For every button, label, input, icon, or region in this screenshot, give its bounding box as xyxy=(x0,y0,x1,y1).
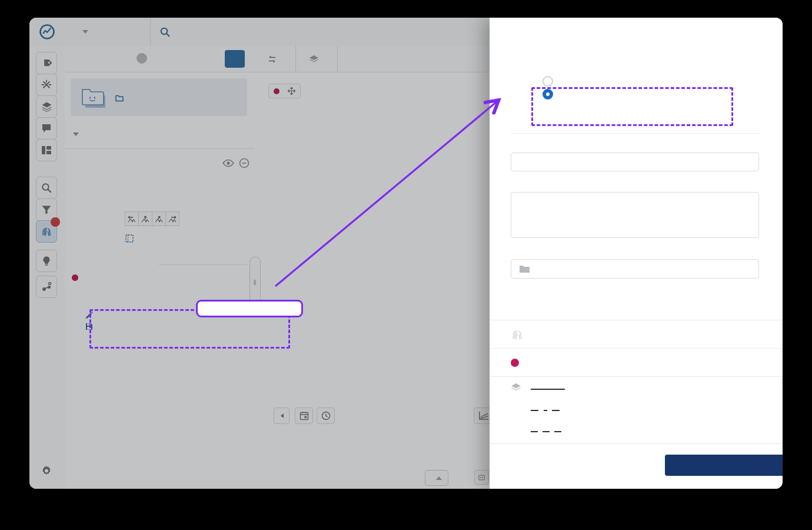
screen: ‖ xyxy=(0,0,812,530)
dashed-line-sample xyxy=(531,431,565,433)
fingerprint-icon xyxy=(511,328,524,341)
radio-off-icon[interactable] xyxy=(543,76,553,87)
app-window: ‖ xyxy=(29,18,783,489)
property-type-row xyxy=(490,320,783,349)
property-tag-row xyxy=(490,349,783,377)
close-icon[interactable] xyxy=(764,22,771,24)
location-box xyxy=(511,259,759,279)
property-layers-row xyxy=(490,377,783,438)
footer-divider xyxy=(490,443,783,444)
series-color-dot xyxy=(511,359,519,367)
annotation-dashed-box-radio xyxy=(531,87,733,126)
properties-list xyxy=(490,320,783,443)
folder-icon xyxy=(519,265,530,273)
dashed-line-sample xyxy=(531,410,565,412)
description-textarea[interactable] xyxy=(511,192,759,238)
annotation-label xyxy=(196,300,303,317)
save-fingerprint-button[interactable] xyxy=(665,455,783,476)
cancel-button[interactable] xyxy=(553,456,560,458)
radio-overwrite[interactable] xyxy=(543,76,560,87)
layers-icon xyxy=(511,383,521,438)
solid-line-sample xyxy=(531,389,565,390)
details-divider xyxy=(511,133,759,134)
name-input[interactable] xyxy=(511,153,759,171)
